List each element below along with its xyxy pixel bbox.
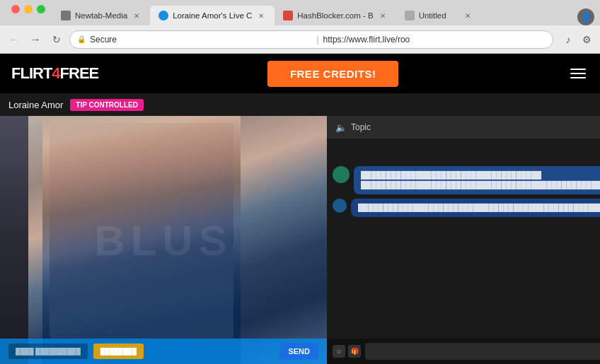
chat-avatar-2 [333, 166, 350, 183]
chat-input-bar: ☺ 🎁 SEND [327, 339, 600, 364]
toolbar-right: ♪ ⚙ [560, 32, 594, 47]
profile-icon[interactable]: 👤 [577, 8, 594, 25]
tab-loraine[interactable]: Loraine Amor's Live C ✕ [150, 6, 275, 25]
close-button[interactable] [11, 5, 20, 13]
tab-untitled[interactable]: Untitled ✕ [396, 6, 481, 25]
hamburger-line-2 [570, 73, 586, 74]
tab-4-close[interactable]: ✕ [463, 11, 473, 20]
maximize-button[interactable] [37, 5, 45, 13]
tab-1-favicon [61, 11, 71, 20]
video-bottom-gold[interactable]: ████████ [93, 344, 144, 359]
chat-text-2: ████████████████████████████████████ ███… [361, 170, 600, 190]
watermark: BLUS [94, 216, 232, 264]
chat-message-2: ████████████████████████████████████ ███… [333, 166, 600, 194]
video-content: BLUS ████ ██████████ ████████ SEND [0, 116, 327, 364]
video-area: BLUS ████ ██████████ ████████ SEND [0, 116, 327, 364]
tip-controlled-badge: TIP CONTROLLED [70, 99, 144, 111]
tab-bar: Newtab-Media ✕ Loraine Amor's Live C ✕ H… [0, 0, 600, 25]
hamburger-line-3 [570, 77, 586, 78]
tab-2-favicon [158, 11, 168, 20]
tab-1-close[interactable]: ✕ [132, 11, 142, 20]
chat-message-4: ████████ ███████████████ [333, 221, 600, 234]
logo-4: 4 [52, 64, 59, 82]
tab-hashblocker[interactable]: HashBlocker.com - B ✕ [275, 6, 396, 25]
logo-free: FREE [60, 64, 99, 82]
sub-header: Loraine Amor TIP CONTROLLED [0, 93, 600, 116]
emoji-icon[interactable]: ☺ [333, 345, 345, 358]
page-content: FLIRT4FREE FREE CREDITS! Loraine Amor TI… [0, 54, 600, 364]
chat-message-1: ████████ ██████ ████ [333, 144, 600, 162]
minimize-button[interactable] [24, 5, 33, 13]
browser-toolbar: ← → ↻ 🔒 Secure | https://www.flirt.live/… [0, 25, 600, 54]
free-credits-button[interactable]: FREE CREDITS! [267, 61, 399, 87]
video-bottom-item-1[interactable]: ████ ██████████ [8, 344, 88, 359]
video-left-panel [0, 116, 28, 364]
tab-1-title: Newtab-Media [75, 11, 127, 20]
chat-icon-group: ☺ 🎁 [333, 345, 361, 358]
lock-icon: 🔒 [77, 35, 86, 43]
logo-flirt: FLIRT [11, 64, 52, 82]
site-logo: FLIRT4FREE [11, 64, 98, 83]
chat-messages: ████████ ██████ ████ ███████████████████… [327, 139, 600, 339]
site-header: FLIRT4FREE FREE CREDITS! [0, 54, 600, 93]
tab-newtab-media[interactable]: Newtab-Media ✕ [52, 6, 150, 25]
chat-message-3: ████████████████████████████████████████… [333, 199, 600, 217]
tab-4-favicon [405, 11, 415, 20]
tab-3-title: HashBlocker.com - B [297, 11, 373, 20]
gift-icon[interactable]: 🎁 [348, 345, 361, 358]
speaker-icon: 🔈 [335, 122, 347, 133]
video-bottom-bar: ████ ██████████ ████████ SEND [0, 339, 327, 364]
video-send-button[interactable]: SEND [279, 343, 318, 360]
video-placeholder: BLUS [0, 116, 327, 364]
tab-3-favicon [283, 11, 293, 20]
music-icon[interactable]: ♪ [560, 32, 576, 47]
main-layout: BLUS ████ ██████████ ████████ SEND [0, 116, 600, 364]
url-text: https://www.flirt.live/roo [323, 35, 546, 45]
chat-avatar-3 [333, 199, 347, 213]
topic-label: Topic [351, 122, 371, 132]
address-bar[interactable]: 🔒 Secure | https://www.flirt.live/roo [69, 30, 553, 49]
chat-bubble-3: ████████████████████████████████████████… [351, 199, 600, 217]
chat-area: 🔈 Topic ████████ ██████ ████ [327, 116, 600, 364]
tab-4-title: Untitled [419, 11, 458, 20]
tab-2-close[interactable]: ✕ [256, 11, 266, 20]
tab-3-close[interactable]: ✕ [378, 11, 388, 20]
reload-button[interactable]: ↻ [48, 31, 65, 48]
browser-window: Newtab-Media ✕ Loraine Amor's Live C ✕ H… [0, 0, 600, 364]
hamburger-line-1 [570, 69, 586, 70]
topic-bar: 🔈 Topic [327, 116, 600, 139]
back-button[interactable]: ← [6, 31, 23, 48]
hamburger-menu[interactable] [567, 66, 589, 81]
extension-icon[interactable]: ⚙ [579, 32, 594, 47]
security-label: Secure [90, 35, 312, 45]
window-controls [6, 5, 51, 13]
username-label: Loraine Amor [8, 100, 63, 110]
forward-button[interactable]: → [27, 31, 44, 48]
chat-bubble-2: ████████████████████████████████████ ███… [354, 166, 600, 194]
chat-text-3: ████████████████████████████████████████… [358, 203, 600, 213]
tab-2-title: Loraine Amor's Live C [173, 11, 252, 20]
chat-input[interactable] [365, 343, 600, 360]
